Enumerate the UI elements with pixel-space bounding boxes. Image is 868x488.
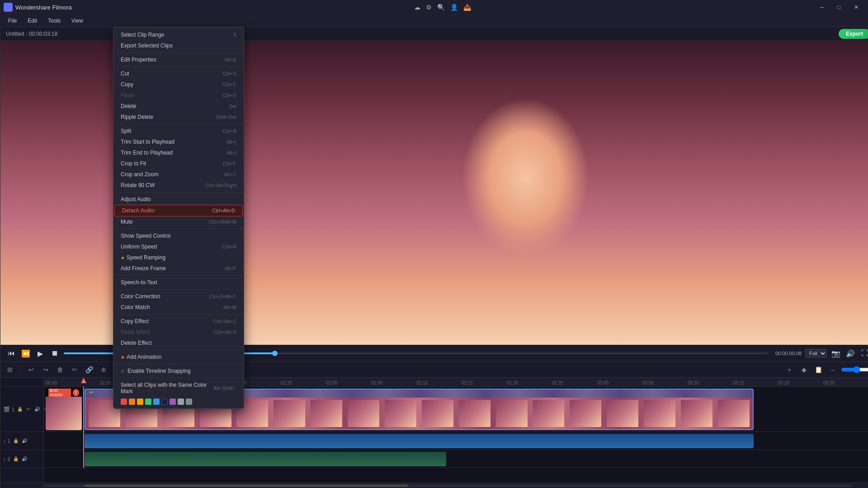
- download-icon[interactable]: 📥: [463, 4, 471, 11]
- menu-view[interactable]: View: [67, 17, 88, 25]
- export-button[interactable]: Export: [839, 29, 868, 39]
- rewind-button[interactable]: ⏪: [20, 348, 31, 359]
- color-dot-yellow[interactable]: [137, 399, 143, 405]
- ctx-timeline-snapping[interactable]: ✓Enable Timeline Snapping: [113, 366, 244, 376]
- ctx-rotate[interactable]: Rotate 90 CW Ctrl+Alt+Right: [113, 180, 244, 191]
- settings-icon[interactable]: ⚙: [426, 4, 432, 11]
- ctx-trim-end[interactable]: Trim End to Playhead Alt+]: [113, 147, 244, 158]
- quality-select[interactable]: Full 1/2 1/4: [805, 349, 827, 358]
- ctx-cut[interactable]: Cut Ctrl+X: [113, 68, 244, 79]
- ctx-trim-start-label: Trim Start to Playhead: [121, 139, 175, 145]
- snapshot-button[interactable]: 📷: [830, 348, 841, 359]
- ctx-adjust-audio[interactable]: Adjust Audio: [113, 194, 244, 205]
- play-button[interactable]: ▶: [35, 348, 46, 359]
- color-dot-dark-gray[interactable]: [186, 399, 192, 405]
- color-dot-red[interactable]: [121, 399, 127, 405]
- ctx-delete-label: Delete: [121, 103, 137, 109]
- ctx-select-same-color[interactable]: Select all Clips with the Same Color Mar…: [113, 380, 244, 397]
- close-button[interactable]: ✕: [848, 1, 864, 14]
- track-eye-button[interactable]: 👁: [25, 406, 32, 413]
- menu-file[interactable]: File: [4, 17, 21, 25]
- ctx-delete-shortcut: Del: [229, 103, 236, 109]
- ctx-edit-properties[interactable]: Edit Properties Alt+E: [113, 54, 244, 65]
- clip-btn[interactable]: 📋: [812, 364, 824, 375]
- search-icon[interactable]: 🔍: [437, 4, 445, 11]
- cut-button[interactable]: ✂: [69, 364, 80, 375]
- ctx-sep-6: [113, 275, 244, 276]
- undo-button[interactable]: ↩: [25, 364, 37, 375]
- ctx-crop-to-fit[interactable]: Crop to Fit Ctrl+F: [113, 158, 244, 169]
- track-speaker-button[interactable]: 🔊: [33, 406, 41, 413]
- track-lock-button[interactable]: 🔒: [16, 406, 24, 413]
- ctx-delete-effect[interactable]: Delete Effect: [113, 338, 244, 348]
- audio2-speaker[interactable]: 🔊: [21, 455, 28, 463]
- ctx-copy-effect[interactable]: Copy Effect Ctrl+Alt+C: [113, 316, 244, 327]
- ctx-split[interactable]: Split Ctrl+B: [113, 126, 244, 136]
- clip-thumb-2m: [533, 400, 564, 427]
- delete-clip-button[interactable]: 🗑: [54, 364, 66, 375]
- menu-tools[interactable]: Tools: [43, 17, 65, 25]
- ruler-mark-14: 03:10: [688, 380, 715, 385]
- volume-button[interactable]: 🔊: [845, 348, 856, 359]
- first-video-clip[interactable]: BAD AUDIO !: [46, 389, 82, 430]
- audio-waveform-1: // Generate waveform bars for(let i=0; i…: [85, 434, 754, 448]
- ctx-export-clips[interactable]: Export Selected Clips: [113, 40, 244, 51]
- add-track-button[interactable]: +: [783, 364, 795, 375]
- ctx-crop-zoom[interactable]: Crop and Zoom Alt+C: [113, 169, 244, 180]
- clip-thumb-2o: [607, 400, 638, 427]
- cloud-icon[interactable]: ☁: [414, 4, 420, 11]
- link-button[interactable]: 🔗: [83, 364, 95, 375]
- ctx-speed-ramping[interactable]: ★Speed Ramping: [113, 252, 244, 263]
- ctx-detach-audio[interactable]: Detach Audio Ctrl+Alt+D: [114, 205, 243, 216]
- menu-edit[interactable]: Edit: [23, 17, 42, 25]
- ctx-speech-text[interactable]: Speech-to-Text: [113, 277, 244, 288]
- ruler-mark-8: 02:10: [416, 380, 443, 385]
- color-dot-row: [113, 397, 244, 407]
- scrollbar-track[interactable]: [44, 484, 852, 487]
- audio1-speaker[interactable]: 🔊: [21, 437, 28, 445]
- audio-clip-1[interactable]: // Generate waveform bars for(let i=0; i…: [85, 434, 754, 448]
- ctx-speed-ramp-label: ★Speed Ramping: [121, 254, 165, 261]
- audio1-lock[interactable]: 🔒: [12, 437, 19, 445]
- audio2-lock[interactable]: 🔒: [12, 455, 19, 463]
- app-logo: [4, 3, 13, 12]
- ctx-delete[interactable]: Delete Del: [113, 101, 244, 112]
- color-dot-gray[interactable]: [178, 399, 184, 405]
- context-menu: Select Clip Range X Export Selected Clip…: [113, 27, 244, 409]
- app-title: Wondershare Filmora: [4, 3, 72, 12]
- ctx-select-clip-range[interactable]: Select Clip Range X: [113, 29, 244, 40]
- color-dot-purple[interactable]: [170, 399, 176, 405]
- zoom-slider[interactable]: [841, 366, 868, 373]
- redo-button[interactable]: ↪: [40, 364, 52, 375]
- ctx-copy[interactable]: Copy Ctrl+C: [113, 79, 244, 90]
- ctx-show-speed[interactable]: Show Speed Control: [113, 230, 244, 241]
- audio-clip-2[interactable]: for(let i=0; i<200; i++){ const h = Math…: [85, 452, 446, 466]
- zoom-out-button[interactable]: –: [827, 364, 839, 375]
- maximize-button[interactable]: □: [831, 1, 847, 14]
- scrollbar-thumb[interactable]: [84, 484, 407, 487]
- minimize-button[interactable]: ─: [814, 1, 830, 14]
- ctx-split-label: Split: [121, 128, 131, 134]
- ctx-sep-1: [113, 52, 244, 53]
- color-dot-orange[interactable]: [129, 399, 135, 405]
- ctx-freeze-frame[interactable]: Add Freeze Frame Alt+F: [113, 263, 244, 274]
- ctx-add-animation[interactable]: ★Add Animation: [113, 352, 244, 362]
- profile-icon[interactable]: 👤: [450, 4, 458, 11]
- ctx-copy-effect-shortcut: Ctrl+Alt+C: [213, 319, 236, 324]
- ctx-uniform-speed[interactable]: Uniform Speed Ctrl+R: [113, 241, 244, 252]
- ctx-ripple-delete[interactable]: Ripple Delete Shift+Del: [113, 112, 244, 122]
- color-dot-blue[interactable]: [153, 399, 160, 405]
- timeline-grid-button[interactable]: ⊞: [4, 364, 16, 375]
- color-dot-green[interactable]: [145, 399, 151, 405]
- color-dot-dark-blue[interactable]: [161, 399, 168, 405]
- ctx-color-match[interactable]: Color Match Alt+M: [113, 302, 244, 313]
- stop-button[interactable]: ⏹: [49, 348, 60, 359]
- fullscreen-button[interactable]: ⛶: [859, 348, 868, 359]
- ctx-trim-start[interactable]: Trim Start to Playhead Alt+[: [113, 136, 244, 147]
- keyframe-button[interactable]: ◆: [798, 364, 810, 375]
- transform-button[interactable]: ⊕: [98, 364, 109, 375]
- clip-header-1: BAD AUDIO !: [46, 389, 82, 397]
- ctx-color-correction[interactable]: Color Correction Ctrl+Shift+C: [113, 291, 244, 302]
- prev-frame-button[interactable]: ⏮: [6, 348, 17, 359]
- ctx-mute[interactable]: Mute Ctrl+Shift+M: [113, 216, 244, 227]
